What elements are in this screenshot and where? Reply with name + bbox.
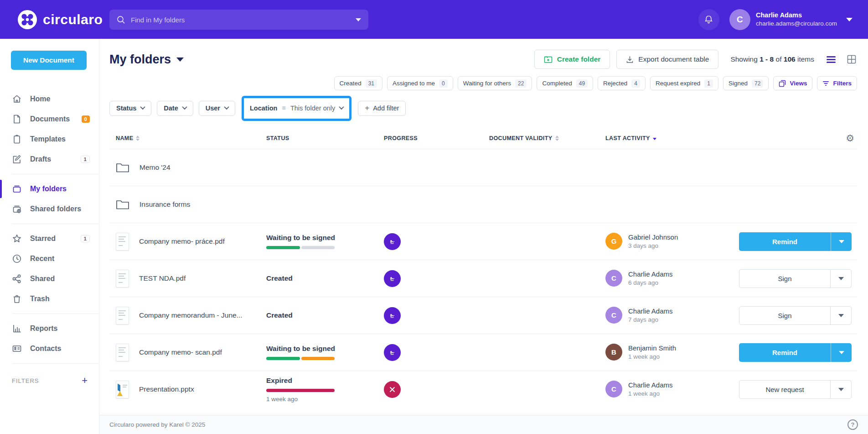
column-header-progress[interactable]: PROGRESS	[384, 135, 489, 141]
chip-assigned-to-me[interactable]: Assigned to me0	[387, 76, 453, 90]
sidebar-item-shared[interactable]: Shared	[0, 269, 99, 289]
column-header-name[interactable]: NAME	[116, 135, 266, 141]
column-header-last-activity[interactable]: LAST ACTIVITY	[605, 135, 739, 141]
new-document-button[interactable]: New Document	[11, 51, 87, 70]
chip-waiting-for-others[interactable]: Waiting for others22	[458, 76, 532, 90]
user-menu[interactable]: C Charlie Adams charlie.adams@circularo.…	[729, 9, 852, 30]
add-saved-filter-button[interactable]: +	[82, 376, 88, 386]
signature-progress-icon[interactable]	[384, 307, 401, 324]
sidebar-item-label: Documents	[30, 115, 73, 123]
status-text: Waiting to be signed	[266, 345, 384, 353]
sidebar-item-templates[interactable]: Templates	[0, 129, 99, 149]
sidebar-item-reports[interactable]: Reports	[0, 319, 99, 339]
user-menu-caret-icon	[846, 18, 852, 21]
sidebar-item-starred[interactable]: Starred 1	[0, 229, 99, 249]
table-row-document[interactable]: Presentation.pptx Expired 1 week ago	[109, 371, 857, 408]
user-name: Charlie Adams	[756, 11, 837, 20]
progress-bar	[266, 389, 335, 392]
chip-completed[interactable]: Completed49	[537, 76, 593, 90]
folder-icon	[116, 199, 129, 210]
action-dropdown-button[interactable]	[830, 381, 851, 398]
column-header-document-validity[interactable]: DOCUMENT VALIDITY	[489, 135, 605, 141]
views-button[interactable]: Views	[773, 76, 812, 90]
sidebar-item-home[interactable]: Home	[0, 89, 99, 109]
table-row-document[interactable]: Company memo- práce.pdf Waiting to be si…	[109, 223, 857, 260]
signature-progress-icon[interactable]	[384, 270, 401, 287]
export-document-table-button[interactable]: Export document table	[616, 50, 718, 69]
folder-icon	[116, 162, 129, 173]
chip-request-expired[interactable]: Request expired1	[650, 76, 718, 90]
chip-signed[interactable]: Signed72	[723, 76, 769, 90]
action-dropdown-button[interactable]	[830, 307, 851, 324]
table-row-document[interactable]: Company memorandum - June... Created C C…	[109, 297, 857, 334]
table-row-document[interactable]: Company memo- scan.pdf Waiting to be sig…	[109, 334, 857, 371]
filters-button[interactable]: Filters	[817, 76, 857, 90]
user-avatar: C	[605, 307, 622, 324]
action-dropdown-button[interactable]	[831, 232, 852, 251]
sign-button[interactable]: Sign	[739, 307, 830, 324]
sidebar-divider	[12, 314, 99, 314]
action-dropdown-button[interactable]	[830, 270, 851, 288]
sidebar-item-drafts[interactable]: Drafts 1	[0, 149, 99, 169]
create-folder-button[interactable]: Create folder	[534, 50, 610, 69]
new-request-button[interactable]: New request	[739, 381, 830, 398]
chip-count: 22	[515, 79, 527, 88]
remind-button[interactable]: Remind	[739, 343, 831, 362]
action-dropdown-button[interactable]	[831, 343, 852, 362]
main-panel: My folders Create folder Export document…	[99, 39, 868, 434]
date-filter-dropdown[interactable]: Date	[157, 101, 193, 116]
table-settings-gear-icon[interactable]: ⚙	[846, 133, 854, 144]
signature-progress-icon[interactable]	[384, 344, 401, 361]
document-name: TEST NDA.pdf	[139, 274, 186, 282]
activity-user-name: Charlie Adams	[628, 380, 673, 390]
sidebar-item-trash[interactable]: Trash	[0, 289, 99, 309]
activity-time: 1 week ago	[628, 390, 673, 398]
views-icon	[779, 80, 786, 87]
chip-created[interactable]: Created31	[334, 76, 382, 90]
chip-rejected[interactable]: Rejected4	[598, 76, 646, 90]
sidebar-item-contacts[interactable]: Contacts	[0, 339, 99, 359]
sidebar-item-shared-folders[interactable]: Shared folders	[0, 199, 99, 219]
brand-logo[interactable]: circularo	[17, 10, 103, 30]
sidebar-item-documents[interactable]: Documents 0	[0, 109, 99, 129]
activity-user-name: Charlie Adams	[628, 306, 673, 316]
sidebar-divider	[12, 363, 99, 364]
add-filter-button[interactable]: + Add filter	[358, 101, 406, 116]
starred-badge: 1	[81, 235, 90, 242]
status-filter-dropdown[interactable]: Status	[109, 101, 151, 116]
location-filter-dropdown[interactable]: Location = This folder only	[247, 101, 346, 116]
folder-switch-caret-icon[interactable]	[176, 58, 184, 62]
progress-bar	[266, 357, 335, 360]
status-time: 1 week ago	[266, 396, 384, 403]
brand-name: circularo	[43, 12, 103, 27]
signature-progress-icon[interactable]	[384, 233, 401, 250]
sidebar-item-my-folders[interactable]: My folders	[0, 179, 99, 199]
sign-button[interactable]: Sign	[739, 270, 830, 288]
filters-section-label: FILTERS	[12, 377, 39, 384]
help-button[interactable]: ?	[847, 419, 858, 430]
sidebar-item-recent[interactable]: Recent	[0, 249, 99, 269]
document-name: Presentation.pptx	[139, 385, 194, 393]
table-row-folder[interactable]: Memo '24	[109, 149, 857, 186]
sidebar-item-label: Templates	[30, 135, 90, 143]
table-row-document[interactable]: TEST NDA.pdf Created C Charlie Adams 6 d…	[109, 260, 857, 297]
list-view-button[interactable]	[825, 55, 837, 64]
chip-count: 72	[752, 79, 763, 88]
sort-icon	[555, 136, 559, 141]
table-row-folder[interactable]: Insurance forms	[109, 186, 857, 223]
notifications-button[interactable]	[698, 9, 719, 30]
sidebar: New Document Home Documents 0 Templates …	[0, 39, 99, 434]
search-input[interactable]	[131, 16, 356, 24]
pdf-thumbnail	[116, 307, 129, 324]
user-filter-dropdown[interactable]: User	[199, 101, 235, 116]
showing-count: Showing 1 - 8 of 106 items	[730, 55, 814, 63]
list-view-icon	[826, 56, 836, 63]
grid-view-button[interactable]	[846, 54, 857, 65]
sidebar-item-label: Shared	[30, 275, 90, 283]
remind-button[interactable]: Remind	[739, 232, 831, 251]
expired-cross-icon[interactable]	[384, 381, 401, 398]
search-scope-caret-icon[interactable]	[356, 18, 361, 21]
column-header-status[interactable]: STATUS	[266, 135, 384, 141]
pdf-thumbnail	[116, 233, 129, 251]
caret-down-icon	[838, 314, 844, 317]
